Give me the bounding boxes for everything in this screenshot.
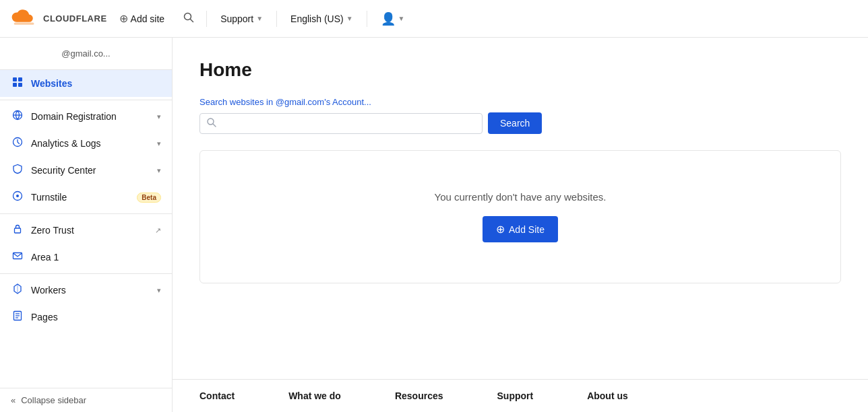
search-account: @gmail.com's Account... (276, 97, 371, 107)
nav-divider-3 (367, 11, 367, 27)
support-dropdown[interactable]: Support ▼ (215, 9, 268, 28)
collapse-icon: « (11, 395, 16, 405)
sidebar-item-domain-label: Domain Registration (31, 111, 150, 122)
sidebar-item-zero-trust-label: Zero Trust (31, 225, 148, 236)
svg-rect-2 (13, 77, 17, 81)
sidebar-item-workers[interactable]: Workers ▾ (0, 277, 172, 304)
page-title: Home (199, 59, 841, 81)
grid-icon (11, 77, 24, 90)
footer-resources[interactable]: Resources (395, 390, 443, 401)
sidebar-item-turnstile-label: Turnstile (31, 192, 130, 203)
sidebar-divider-3 (0, 273, 172, 274)
main-content-area: Home Search websites in @gmail.com's Acc… (173, 38, 868, 412)
nav-divider-2 (276, 11, 277, 27)
search-icon (207, 118, 216, 129)
footer-contact[interactable]: Contact (199, 390, 235, 401)
sidebar-item-domain-registration[interactable]: Domain Registration ▾ (0, 103, 172, 130)
language-dropdown[interactable]: English (US) ▼ (285, 9, 359, 28)
sidebar-divider-2 (0, 213, 172, 214)
nav-divider (206, 11, 207, 27)
svg-rect-11 (15, 228, 21, 233)
language-chevron-icon: ▼ (346, 15, 353, 22)
support-label: Support (220, 13, 253, 24)
plus-circle-icon: ⊕ (119, 12, 128, 25)
sidebar-item-websites[interactable]: Websites (0, 70, 172, 97)
lock-icon (11, 224, 24, 237)
svg-rect-4 (13, 83, 17, 87)
topnav-actions: ⊕ Add site Support ▼ English (US) ▼ 👤 ▼ (113, 7, 410, 30)
layout: @gmail.co... Websites Domain Registratio… (0, 38, 868, 412)
logo-text: CLOUDFLARE (43, 13, 107, 24)
svg-point-10 (16, 195, 19, 197)
beta-badge: Beta (137, 193, 161, 203)
add-site-label: Add site (131, 13, 165, 24)
sidebar-divider-1 (0, 100, 172, 100)
add-site-main-label: Add Site (509, 224, 545, 235)
sidebar-item-security-label: Security Center (31, 165, 150, 176)
svg-line-1 (191, 19, 193, 22)
circle-dot-icon (11, 191, 24, 204)
workers-chevron-icon: ▾ (157, 286, 161, 295)
sidebar-item-security[interactable]: Security Center ▾ (0, 157, 172, 184)
sidebar-item-area-1[interactable]: Area 1 (0, 244, 172, 271)
user-chevron-icon: ▼ (398, 15, 405, 22)
security-chevron-icon: ▾ (157, 166, 161, 175)
globe-icon (11, 110, 24, 123)
clock-icon (11, 137, 24, 150)
collapse-sidebar-label: Collapse sidebar (21, 395, 86, 405)
sidebar: @gmail.co... Websites Domain Registratio… (0, 38, 173, 412)
empty-state-text: You currently don't have any websites. (435, 191, 607, 203)
search-input[interactable] (220, 118, 475, 129)
footer: Contact What we do Resources Support Abo… (173, 379, 868, 412)
add-site-button[interactable]: ⊕ Add site (113, 8, 172, 29)
analytics-chevron-icon: ▾ (157, 139, 161, 148)
logo[interactable]: CLOUDFLARE (11, 9, 107, 28)
mail-icon (11, 250, 24, 264)
svg-rect-5 (18, 83, 22, 87)
sidebar-item-turnstile[interactable]: Turnstile Beta (0, 184, 172, 211)
search-button-main[interactable]: Search (488, 112, 542, 134)
top-navigation: CLOUDFLARE ⊕ Add site Support ▼ English … (0, 0, 868, 38)
search-label: Search websites in @gmail.com's Account.… (199, 97, 841, 107)
footer-about-us[interactable]: About us (587, 390, 628, 401)
sidebar-item-analytics[interactable]: Analytics & Logs ▾ (0, 130, 172, 157)
user-icon: 👤 (381, 11, 396, 26)
external-link-icon: ↗ (155, 226, 161, 235)
support-chevron-icon: ▼ (256, 15, 263, 22)
sidebar-item-analytics-label: Analytics & Logs (31, 138, 150, 149)
sidebar-item-pages-label: Pages (31, 312, 161, 322)
search-button[interactable] (179, 8, 198, 30)
language-label: English (US) (290, 13, 344, 24)
sidebar-item-area1-label: Area 1 (31, 252, 161, 263)
workers-icon (11, 283, 24, 297)
search-input-wrap (199, 113, 483, 134)
sidebar-item-workers-label: Workers (31, 285, 150, 296)
svg-rect-3 (18, 77, 22, 81)
sidebar-item-websites-label: Websites (31, 78, 161, 89)
add-site-plus-icon: ⊕ (496, 223, 505, 236)
sidebar-item-pages[interactable]: Pages (0, 304, 172, 331)
footer-what-we-do[interactable]: What we do (288, 390, 341, 401)
domain-chevron-icon: ▾ (157, 112, 161, 121)
collapse-sidebar-button[interactable]: « Collapse sidebar (0, 388, 172, 412)
svg-line-20 (213, 124, 216, 127)
footer-support[interactable]: Support (497, 390, 534, 401)
sidebar-item-zero-trust[interactable]: Zero Trust ↗ (0, 217, 172, 244)
sidebar-account: @gmail.co... (0, 38, 172, 70)
main-content: Home Search websites in @gmail.com's Acc… (173, 38, 868, 379)
shield-icon (11, 164, 24, 177)
add-site-main-button[interactable]: ⊕ Add Site (483, 216, 558, 242)
user-dropdown[interactable]: 👤 ▼ (375, 7, 410, 30)
search-prefix: Search websites in (199, 97, 273, 107)
search-row: Search (199, 112, 841, 134)
pages-icon (11, 310, 24, 324)
empty-state: You currently don't have any websites. ⊕… (199, 150, 841, 283)
